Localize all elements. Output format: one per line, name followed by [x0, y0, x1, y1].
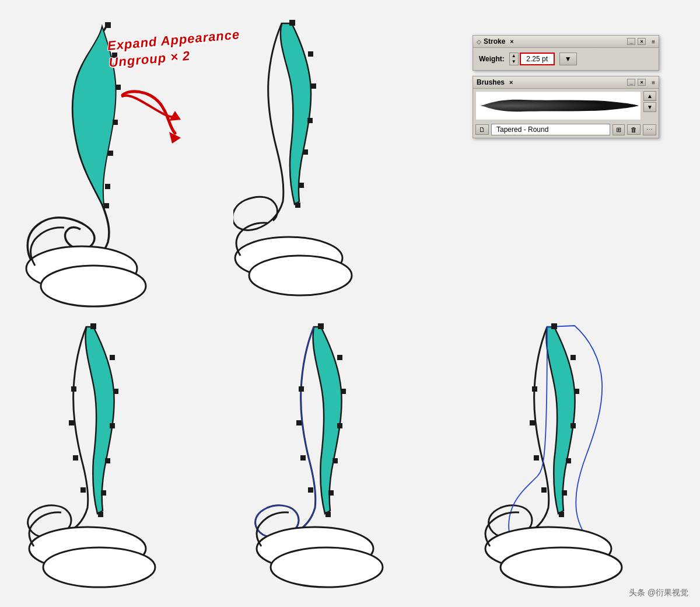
brushes-panel-title: Brushes [477, 78, 505, 86]
svg-rect-21 [113, 389, 118, 394]
stroke-close-btn[interactable]: × [638, 38, 646, 45]
svg-rect-10 [289, 20, 295, 26]
drawing-bottom-left [18, 315, 216, 589]
brush-preview-area[interactable] [475, 91, 641, 120]
brush-scroll-buttons: ▲ ▼ [643, 91, 656, 120]
svg-rect-5 [105, 184, 110, 189]
stroke-menu-icon[interactable]: ≡ [652, 39, 655, 45]
svg-rect-50 [562, 490, 567, 496]
svg-rect-22 [110, 423, 115, 428]
brush-name-display: Tapered - Round [491, 124, 610, 135]
brush-delete-btn[interactable]: 🗑 [627, 124, 640, 135]
drawing-bottom-middle [245, 315, 443, 589]
stroke-content: Weight: ▲ ▼ 2.25 pt ▼ [473, 48, 659, 70]
stroke-close-icon[interactable]: × [510, 38, 513, 45]
svg-rect-6 [104, 203, 109, 208]
svg-rect-14 [303, 149, 308, 155]
svg-rect-11 [308, 51, 313, 57]
stroke-panel-title: Stroke [484, 37, 505, 46]
svg-rect-38 [326, 512, 331, 517]
weight-spinner: ▲ ▼ 2.25 pt [509, 53, 555, 65]
svg-rect-26 [71, 386, 76, 392]
brushes-close-btn[interactable]: × [638, 79, 646, 86]
svg-rect-19 [90, 323, 96, 329]
spinner-down-btn[interactable]: ▼ [510, 59, 518, 65]
svg-rect-16 [295, 203, 300, 208]
svg-rect-13 [307, 118, 313, 123]
svg-rect-34 [341, 389, 346, 394]
watermark: 头条 @衍果视觉 [629, 588, 688, 598]
weight-value[interactable]: 2.25 pt [520, 53, 555, 65]
svg-rect-41 [300, 455, 306, 461]
brush-new-btn[interactable]: 🗋 [475, 124, 489, 135]
brush-scroll-up-btn[interactable]: ▲ [643, 91, 656, 101]
svg-rect-23 [105, 458, 110, 463]
svg-rect-20 [110, 355, 115, 360]
svg-rect-24 [101, 490, 106, 496]
brushes-menu-icon[interactable]: ≡ [652, 79, 655, 86]
svg-rect-15 [299, 183, 304, 188]
brushes-panel: Brushes × _ × ≡ [473, 76, 659, 138]
svg-point-18 [249, 256, 352, 295]
brushes-panel-titlebar: Brushes × _ × ≡ [473, 76, 659, 89]
stroke-panel: ◇ Stroke × _ × ≡ Weight: ▲ ▼ 2.25 pt ▼ [473, 35, 659, 71]
svg-rect-48 [570, 423, 576, 428]
svg-rect-53 [530, 420, 535, 425]
svg-rect-52 [532, 386, 537, 392]
svg-rect-55 [541, 487, 547, 493]
brush-preview-svg [477, 93, 640, 118]
arrow-svg [114, 86, 195, 145]
svg-rect-49 [566, 458, 571, 463]
brushes-close-icon[interactable]: × [509, 79, 513, 86]
spinner-up-btn[interactable]: ▲ [510, 53, 518, 59]
svg-rect-46 [570, 355, 576, 360]
stroke-minimize-btn[interactable]: _ [627, 38, 635, 45]
svg-rect-37 [328, 490, 334, 496]
svg-rect-39 [299, 386, 304, 392]
svg-point-44 [271, 547, 383, 587]
brush-options-btn[interactable]: ⊞ [612, 124, 625, 135]
drawing-top-right [233, 6, 397, 315]
svg-rect-33 [337, 355, 342, 360]
svg-rect-47 [574, 389, 579, 394]
svg-rect-35 [337, 423, 342, 428]
svg-point-8 [41, 266, 146, 306]
svg-rect-25 [98, 512, 103, 517]
svg-point-31 [43, 547, 155, 587]
spinner-arrows[interactable]: ▲ ▼ [509, 53, 519, 65]
weight-label: Weight: [479, 55, 505, 63]
svg-rect-12 [311, 83, 316, 89]
svg-rect-28 [73, 455, 78, 461]
svg-rect-29 [80, 487, 86, 493]
brushes-minimize-btn[interactable]: _ [627, 79, 635, 86]
svg-rect-32 [318, 323, 324, 329]
brush-menu-btn[interactable]: ⋯ [643, 124, 656, 135]
canvas-area: Expand Appearance Ungroup × 2 ◇ Stroke ×… [0, 0, 700, 607]
brushes-preview-row: ▲ ▼ [473, 89, 659, 123]
svg-rect-40 [296, 420, 302, 425]
weight-dropdown-btn[interactable]: ▼ [559, 53, 577, 65]
svg-rect-4 [108, 151, 113, 156]
drawing-bottom-right [473, 315, 682, 589]
svg-rect-27 [69, 420, 74, 425]
svg-point-57 [501, 547, 622, 587]
brush-scroll-down-btn[interactable]: ▼ [643, 102, 656, 112]
svg-rect-0 [105, 22, 111, 28]
svg-rect-45 [551, 323, 557, 329]
svg-rect-42 [308, 487, 313, 493]
svg-rect-36 [332, 458, 338, 463]
brush-name-row: 🗋 Tapered - Round ⊞ 🗑 ⋯ [473, 123, 659, 138]
stroke-panel-titlebar: ◇ Stroke × _ × ≡ [473, 36, 659, 48]
svg-rect-54 [534, 455, 539, 461]
svg-rect-51 [559, 512, 564, 517]
